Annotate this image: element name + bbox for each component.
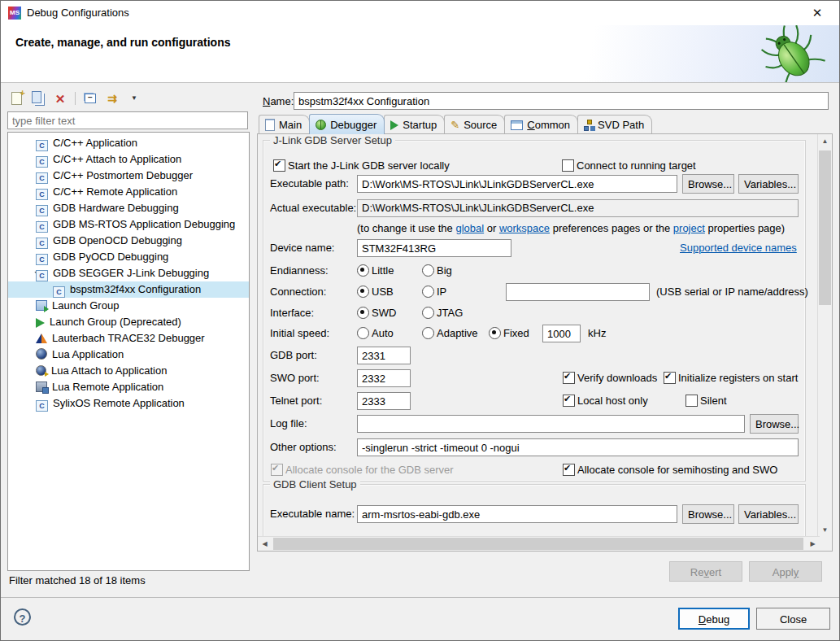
speed-value-input[interactable] — [542, 325, 581, 342]
executable-name-label: Executable name: — [270, 508, 355, 520]
scroll-up-icon[interactable]: ▲ — [818, 134, 832, 148]
tree-item[interactable]: bspstm32f4xx Configuration — [8, 281, 249, 298]
tree-item[interactable]: Lauterbach TRACE32 Debugger — [8, 330, 249, 347]
tab-main[interactable]: Main — [259, 115, 310, 134]
executable-name-variables-button[interactable]: Variables... — [738, 504, 799, 524]
start-server-checkbox[interactable] — [273, 159, 285, 172]
vertical-scrollbar[interactable]: ▲ ▼ — [817, 134, 832, 537]
filter-configurations-icon[interactable]: ⇉ — [105, 91, 120, 106]
tree-item[interactable]: C/C++ Remote Application — [8, 184, 249, 200]
tree-item-label: C/C++ Application — [53, 137, 137, 149]
tree-item[interactable]: Lua Application — [8, 347, 249, 363]
tree-item[interactable]: Lua Remote Application — [8, 379, 249, 395]
revert-button[interactable]: Revert — [669, 561, 742, 582]
log-file-browse-button[interactable]: Browse... — [750, 414, 799, 434]
horizontal-scrollbar[interactable]: ◀ ▶ — [258, 536, 820, 551]
global-link[interactable]: global — [455, 222, 484, 234]
configuration-name-input[interactable] — [294, 92, 829, 110]
c-config-icon — [36, 254, 48, 265]
tree-item[interactable]: GDB PyOCD Debugging — [8, 249, 249, 265]
tree-item[interactable]: GDB SEGGER J-Link Debugging — [8, 265, 249, 281]
window-close-button[interactable]: ✕ — [807, 4, 828, 22]
toolbar-menu-dropdown-icon[interactable]: ▼ — [127, 91, 141, 106]
bug-illustration-icon — [758, 25, 826, 82]
executable-name-input[interactable] — [357, 505, 677, 523]
delete-configuration-icon[interactable]: ✕ — [53, 91, 67, 106]
log-file-input[interactable] — [357, 415, 745, 433]
alloc-console-semi-checkbox[interactable] — [563, 464, 575, 476]
duplicate-configuration-icon[interactable] — [31, 91, 46, 106]
debug-button[interactable]: Debug — [678, 608, 750, 630]
scroll-right-icon[interactable]: ▶ — [806, 537, 820, 551]
vertical-scrollbar-thumb[interactable] — [819, 150, 831, 305]
sidebar-toolbar: + ✕ − ⇉ ▼ — [9, 89, 141, 108]
speed-fixed-radio[interactable] — [489, 327, 501, 339]
tree-item[interactable]: C/C++ Application — [8, 135, 249, 151]
gdb-port-input[interactable] — [357, 347, 411, 364]
executable-path-browse-button[interactable]: Browse... — [682, 174, 734, 194]
editor-tabs: Main Debugger Startup ✎Source Common SVD… — [259, 114, 651, 134]
speed-adaptive-radio[interactable] — [422, 327, 434, 339]
tab-debugger[interactable]: Debugger — [309, 114, 385, 134]
connect-running-checkbox[interactable] — [562, 159, 574, 172]
speed-auto-radio[interactable] — [357, 327, 369, 339]
tree-item[interactable]: C/C++ Attach to Application — [8, 151, 249, 168]
close-button[interactable]: Close — [756, 608, 830, 630]
verify-downloads-checkbox[interactable] — [563, 372, 575, 384]
endianness-label: Endianness: — [270, 264, 329, 277]
executable-path-variables-button[interactable]: Variables... — [738, 174, 799, 194]
local-host-only-label: Local host only — [577, 395, 648, 407]
tree-item-label: C/C++ Postmortem Debugger — [53, 169, 193, 181]
other-options-label: Other options: — [270, 441, 337, 453]
tree-item[interactable]: Launch Group — [8, 298, 249, 314]
tab-common[interactable]: Common — [504, 115, 578, 134]
project-link[interactable]: project — [673, 222, 705, 234]
configurations-tree[interactable]: C/C++ ApplicationC/C++ Attach to Applica… — [7, 132, 250, 571]
init-registers-checkbox[interactable] — [664, 372, 676, 384]
endianness-big-radio[interactable] — [422, 264, 434, 277]
tree-item[interactable]: Launch Group (Deprecated) — [8, 314, 249, 330]
silent-checkbox[interactable] — [685, 395, 698, 407]
interface-swd-radio[interactable] — [357, 307, 369, 319]
verify-downloads-label: Verify downloads — [577, 372, 657, 384]
name-label: Name: — [263, 95, 294, 107]
tree-item[interactable]: C/C++ Postmortem Debugger — [8, 168, 249, 184]
scroll-left-icon[interactable]: ◀ — [258, 537, 272, 551]
executable-path-input[interactable] — [357, 175, 677, 193]
workspace-link[interactable]: workspace — [499, 222, 550, 234]
collapse-all-icon[interactable]: − — [83, 91, 98, 106]
c-config-icon — [36, 172, 48, 184]
scroll-down-icon[interactable]: ▼ — [818, 523, 832, 537]
supported-device-names-link[interactable]: Supported device names — [680, 242, 797, 254]
init-registers-label: Initialize registers on start — [678, 372, 798, 384]
tree-item[interactable]: GDB Hardware Debugging — [8, 200, 249, 216]
c-config-icon — [36, 400, 48, 412]
device-name-input[interactable] — [357, 239, 511, 257]
horizontal-scrollbar-thumb[interactable] — [273, 538, 803, 550]
filter-input[interactable] — [7, 111, 248, 129]
tree-item-label: Lua Application — [52, 348, 124, 360]
lgd-icon — [36, 318, 45, 328]
interface-jtag-radio[interactable] — [422, 307, 434, 319]
help-icon[interactable]: ? — [14, 608, 31, 626]
connection-usb-radio[interactable] — [357, 286, 369, 298]
local-host-only-checkbox[interactable] — [563, 395, 575, 407]
speed-auto-label: Auto — [372, 327, 394, 339]
connection-address-input[interactable] — [506, 283, 650, 301]
gdb-port-label: GDB port: — [270, 349, 317, 361]
new-configuration-icon[interactable]: + — [9, 91, 24, 106]
tab-startup[interactable]: Startup — [384, 115, 445, 134]
telnet-port-input[interactable] — [357, 392, 411, 410]
executable-name-browse-button[interactable]: Browse... — [682, 504, 734, 524]
apply-button[interactable]: Apply — [749, 561, 822, 582]
tree-item[interactable]: GDB MS-RTOS Application Debugging — [8, 216, 249, 233]
tree-item[interactable]: SylixOS Remote Application — [8, 395, 249, 412]
tree-item[interactable]: Lua Attach to Application — [8, 363, 249, 379]
swo-port-input[interactable] — [357, 369, 411, 387]
tab-source[interactable]: ✎Source — [444, 115, 505, 134]
tree-item[interactable]: GDB OpenOCD Debugging — [8, 233, 249, 249]
connection-ip-radio[interactable] — [422, 286, 434, 298]
tab-svd-path[interactable]: SVD Path — [577, 115, 652, 134]
endianness-little-radio[interactable] — [357, 264, 369, 277]
other-options-input[interactable] — [357, 438, 799, 456]
